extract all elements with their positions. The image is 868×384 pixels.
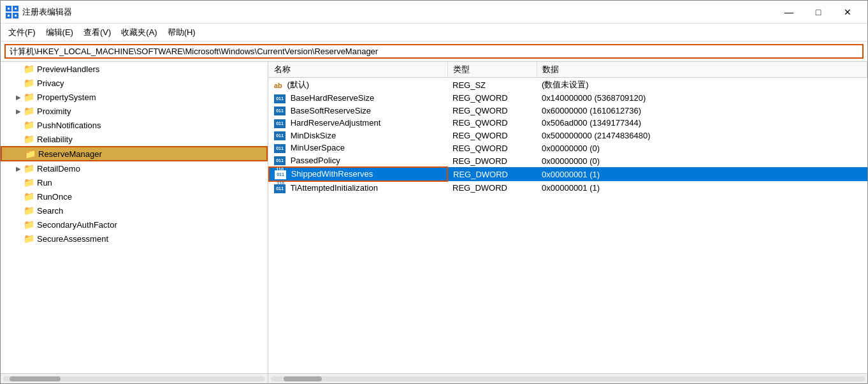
- tree-label: Privacy: [37, 78, 64, 88]
- tree-label: ReserveManager: [38, 149, 102, 159]
- tree-item[interactable]: 📁 PreviewHandlers: [1, 62, 268, 76]
- cell-type: REG_QWORD: [447, 142, 537, 154]
- cell-data: 0x140000000 (5368709120): [537, 92, 867, 105]
- cell-name: 011110 MinUserSpace: [269, 142, 447, 154]
- tree-label: PushNotifications: [37, 121, 101, 130]
- cell-name: ab (默认): [269, 78, 447, 92]
- table-row[interactable]: 011110 HardReserveAdjustment REG_QWORD 0…: [269, 117, 867, 129]
- folder-icon: 📁: [24, 205, 34, 216]
- tree-arrow: ▶: [13, 165, 24, 172]
- ab-icon: ab: [274, 82, 282, 89]
- title-bar: 注册表编辑器 — □ ✕: [1, 1, 867, 24]
- app-icon: [6, 6, 18, 18]
- menu-view[interactable]: 查看(V): [78, 26, 116, 40]
- scrollbar-track: [271, 376, 865, 381]
- tree-label: SecondaryAuthFactor: [37, 220, 117, 230]
- tree-label: PropertySystem: [37, 92, 96, 102]
- cell-name: 011110 HardReserveAdjustment: [269, 117, 447, 129]
- scrollbar-thumb[interactable]: [284, 376, 322, 381]
- window-controls: — □ ✕: [774, 3, 862, 22]
- tree-item-reservemanager[interactable]: 📁 ReserveManager: [1, 146, 268, 161]
- menu-help[interactable]: 帮助(H): [163, 26, 201, 40]
- bits-icon: 011110: [274, 131, 286, 140]
- bits-icon: 011110: [274, 156, 286, 165]
- folder-icon: 📁: [24, 233, 34, 244]
- table-row[interactable]: 011110 TiAttemptedInitialization REG_DWO…: [269, 181, 867, 195]
- tree-item[interactable]: 📁 Run: [1, 175, 268, 189]
- registry-table-container[interactable]: 名称 类型 数据 ab (默认) REG_SZ: [268, 62, 867, 373]
- folder-icon: 📁: [24, 78, 34, 88]
- main-content: 📁 PreviewHandlers 📁 Privacy ▶ 📁 Property…: [1, 62, 867, 383]
- col-data: 数据: [537, 62, 867, 78]
- table-row[interactable]: 011110 PassedPolicy REG_DWORD 0x00000000…: [269, 154, 867, 168]
- table-row[interactable]: 011110 BaseHardReserveSize REG_QWORD 0x1…: [269, 92, 867, 105]
- cell-type: REG_DWORD: [447, 154, 537, 168]
- table-horizontal-scrollbar[interactable]: [268, 373, 867, 383]
- tree-item[interactable]: 📁 Privacy: [1, 76, 268, 90]
- cell-name-shipped: 011110 ShippedWithReserves: [269, 167, 447, 181]
- cell-data-shipped: 0x00000001 (1): [537, 167, 867, 181]
- folder-icon: 📁: [25, 149, 36, 159]
- tree-label: Proximity: [37, 107, 71, 116]
- cell-type: REG_QWORD: [447, 105, 537, 117]
- tree-arrow: ▶: [13, 108, 24, 115]
- table-row-shipped[interactable]: 011110 ShippedWithReserves REG_DWORD 0x0…: [269, 167, 867, 181]
- cell-type: REG_QWORD: [447, 129, 537, 142]
- tree-item[interactable]: 📁 RunOnce: [1, 189, 268, 203]
- table-row[interactable]: ab (默认) REG_SZ (数值未设置): [269, 78, 867, 92]
- minimize-button[interactable]: —: [774, 3, 804, 22]
- bits-icon: 011110: [274, 94, 286, 103]
- col-type: 类型: [447, 62, 537, 78]
- table-row[interactable]: 011110 MinUserSpace REG_QWORD 0x00000000…: [269, 142, 867, 154]
- folder-icon: 📁: [24, 177, 34, 188]
- folder-icon: 📁: [24, 64, 34, 74]
- cell-name: 011110 MinDiskSize: [269, 129, 447, 142]
- cell-type: REG_SZ: [447, 78, 537, 92]
- tree-item[interactable]: 📁 SecondaryAuthFactor: [1, 218, 268, 232]
- tree-label: Search: [37, 206, 63, 216]
- svg-rect-5: [15, 8, 17, 10]
- table-row[interactable]: 011110 MinDiskSize REG_QWORD 0x500000000…: [269, 129, 867, 142]
- registry-table: 名称 类型 数据 ab (默认) REG_SZ: [268, 62, 867, 195]
- cell-data: (数值未设置): [537, 78, 867, 92]
- table-row[interactable]: 011110 BaseSoftReserveSize REG_QWORD 0x6…: [269, 105, 867, 117]
- menu-favorites[interactable]: 收藏夹(A): [116, 26, 162, 40]
- cell-name: 011110 TiAttemptedInitialization: [269, 181, 447, 195]
- svg-rect-7: [15, 15, 17, 17]
- folder-icon: 📁: [24, 106, 34, 116]
- cell-type-shipped: REG_DWORD: [447, 167, 537, 181]
- folder-icon: 📁: [24, 134, 34, 144]
- folder-icon: 📁: [24, 219, 34, 230]
- address-bar: [1, 41, 867, 62]
- cell-type: REG_QWORD: [447, 92, 537, 105]
- tree-item[interactable]: ▶ 📁 PropertySystem: [1, 90, 268, 104]
- window-title: 注册表编辑器: [22, 6, 72, 18]
- tree-arrow: ▶: [13, 94, 24, 101]
- tree-item[interactable]: ▶ 📁 Proximity: [1, 104, 268, 118]
- folder-icon: 📁: [24, 120, 34, 130]
- tree-label: RunOnce: [37, 192, 72, 202]
- cell-data: 0x00000000 (0): [537, 142, 867, 154]
- menu-edit[interactable]: 编辑(E): [41, 26, 78, 40]
- bits-icon: 011110: [274, 144, 286, 153]
- cell-name: 011110 BaseHardReserveSize: [269, 92, 447, 105]
- tree-item[interactable]: 📁 Search: [1, 203, 268, 218]
- bits-icon: 011110: [275, 170, 286, 179]
- menu-file[interactable]: 文件(F): [3, 26, 41, 40]
- tree-item[interactable]: ▶ 📁 RetailDemo: [1, 161, 268, 175]
- maximize-button[interactable]: □: [804, 3, 833, 22]
- cell-type: REG_QWORD: [447, 117, 537, 129]
- folder-icon: 📁: [24, 191, 34, 202]
- cell-type: REG_DWORD: [447, 181, 537, 195]
- left-pane: 📁 PreviewHandlers 📁 Privacy ▶ 📁 Property…: [1, 62, 268, 383]
- tree-container[interactable]: 📁 PreviewHandlers 📁 Privacy ▶ 📁 Property…: [1, 62, 268, 373]
- tree-item[interactable]: 📁 Reliability: [1, 132, 268, 146]
- bits-icon: 011110: [274, 119, 286, 128]
- tree-item[interactable]: 📁 SecureAssessment: [1, 232, 268, 246]
- address-input[interactable]: [4, 44, 864, 59]
- table-header-row: 名称 类型 数据: [269, 62, 867, 78]
- close-button[interactable]: ✕: [833, 3, 862, 22]
- tree-horizontal-scrollbar[interactable]: [1, 373, 268, 383]
- tree-item[interactable]: 📁 PushNotifications: [1, 118, 268, 132]
- title-bar-left: 注册表编辑器: [6, 6, 72, 18]
